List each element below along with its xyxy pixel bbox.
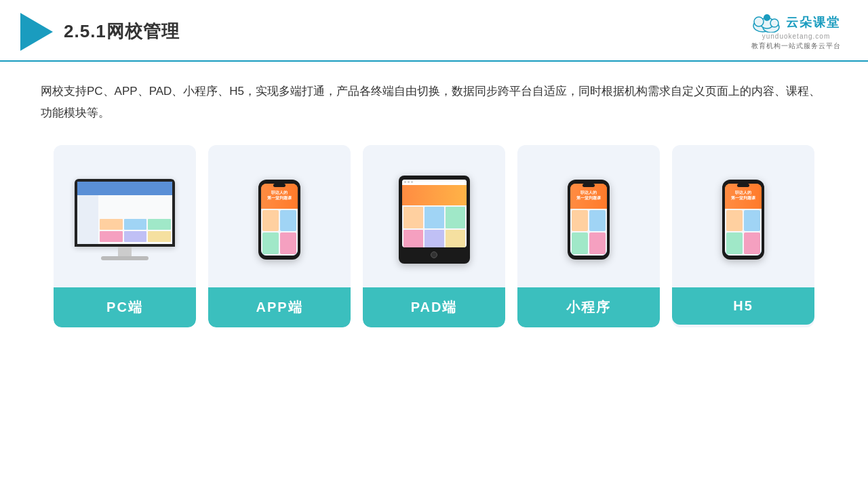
device-card-app: 职达人的第一堂判题课 APP端 — [208, 145, 351, 327]
miniprogram-image-area: 职达人的第一堂判题课 — [517, 145, 660, 287]
logo-triangle-icon — [20, 13, 53, 51]
devices-container: PC端 职达人的第一堂判题课 — [41, 145, 827, 327]
device-card-pc: PC端 — [54, 145, 196, 327]
app-label: APP端 — [208, 287, 351, 327]
pad-label: PAD端 — [363, 287, 505, 327]
header-left: 2.5.1网校管理 — [20, 13, 180, 51]
cloud-icon — [752, 12, 782, 33]
svg-point-3 — [754, 17, 764, 26]
device-card-pad: PAD端 — [363, 145, 505, 327]
tablet-icon — [399, 176, 470, 264]
device-card-h5: 职达人的第一堂判题课 H5 — [672, 145, 814, 327]
brand-tagline: 教育机构一站式服务云平台 — [751, 41, 841, 51]
main-content: 网校支持PC、APP、PAD、小程序、H5，实现多端打通，产品各终端自由切换，数… — [0, 62, 868, 341]
brand-logo: 云朵课堂 — [752, 12, 840, 33]
brand-url: yunduoketang.com — [762, 33, 831, 40]
page-title: 2.5.1网校管理 — [64, 20, 180, 43]
phone-h5-icon: 职达人的第一堂判题课 — [722, 180, 764, 260]
pc-label: PC端 — [54, 287, 196, 327]
description-text: 网校支持PC、APP、PAD、小程序、H5，实现多端打通，产品各终端自由切换，数… — [41, 81, 827, 125]
pc-image-area — [54, 145, 196, 287]
pc-monitor-icon — [75, 179, 175, 260]
app-image-area: 职达人的第一堂判题课 — [208, 145, 351, 287]
pad-image-area — [363, 145, 505, 287]
device-card-miniprogram: 职达人的第一堂判题课 小程序 — [517, 145, 660, 327]
h5-image-area: 职达人的第一堂判题课 — [672, 145, 814, 287]
h5-label: H5 — [672, 287, 814, 325]
miniprogram-label: 小程序 — [517, 287, 660, 327]
brand-name: 云朵课堂 — [786, 14, 840, 30]
page-header: 2.5.1网校管理 云朵课堂 yunduoketang.com 教育机构一站式服… — [0, 0, 868, 62]
header-right: 云朵课堂 yunduoketang.com 教育机构一站式服务云平台 — [751, 12, 841, 51]
phone-miniprogram-icon: 职达人的第一堂判题课 — [568, 180, 610, 260]
phone-app-icon: 职达人的第一堂判题课 — [258, 180, 300, 260]
svg-point-4 — [770, 19, 778, 27]
